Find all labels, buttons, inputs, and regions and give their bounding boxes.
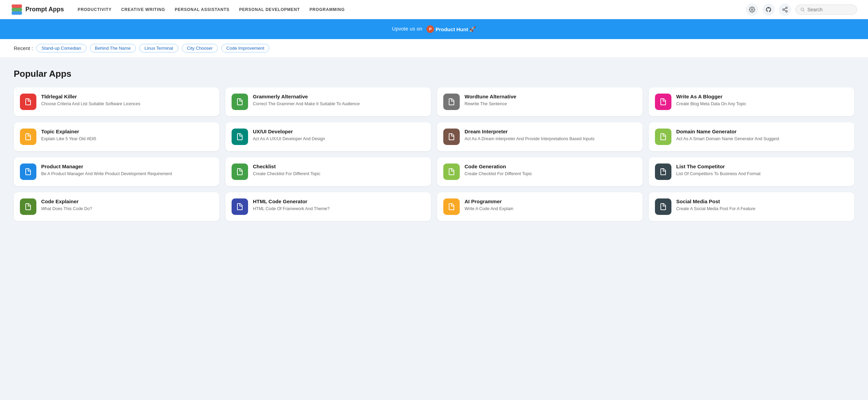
app-desc: Act As A Smart Domain Name Generator And… [676, 136, 848, 142]
document-icon [659, 203, 667, 211]
app-icon [655, 163, 671, 180]
app-card[interactable]: Code Explainer What Does This Code Do? [14, 192, 219, 221]
app-card[interactable]: Topic Explainer Explain Like 5 Year Old … [14, 122, 219, 151]
app-info: UX/UI Developer Act As A UX/UI Developer… [253, 129, 425, 142]
navbar-actions [746, 3, 857, 16]
banner-text: Upvote us on [392, 26, 422, 32]
app-desc: Create Checklist For Different Topic [253, 171, 425, 177]
app-card[interactable]: Dream Interpreter Act As A Dream Interpr… [437, 122, 643, 151]
app-name: Wordtune Alternative [465, 94, 636, 99]
brand-name: Prompt Apps [25, 6, 64, 13]
settings-button[interactable] [746, 3, 758, 16]
nav-personal-development[interactable]: Personal Development [239, 7, 300, 12]
svg-point-3 [751, 9, 753, 10]
svg-line-7 [784, 10, 786, 11]
app-name: Dream Interpreter [465, 129, 636, 134]
recent-tag-behind-the-name[interactable]: Behind The Name [90, 44, 136, 52]
app-name: Topic Explainer [41, 129, 213, 134]
app-info: Checklist Create Checklist For Different… [253, 163, 425, 177]
app-icon [443, 129, 460, 145]
brand-logo[interactable]: Prompt Apps [11, 4, 64, 15]
search-box[interactable] [795, 4, 857, 15]
app-desc: Create Checklist For Different Topic [465, 171, 636, 177]
app-card[interactable]: Product Manager Be A Product Manager And… [14, 157, 219, 186]
search-input[interactable] [807, 7, 852, 12]
nav-creative-writing[interactable]: Creative Writing [121, 7, 165, 12]
svg-rect-1 [12, 8, 22, 11]
app-desc: Explain Like 5 Year Old #Eli5 [41, 136, 213, 142]
app-card[interactable]: HTML Code Generator HTML Code Of Framewo… [225, 192, 431, 221]
app-desc: Create Blog Meta Data On Any Topic [676, 101, 848, 107]
app-card[interactable]: AI Programmer Write A Code And Explain [437, 192, 643, 221]
app-info: Tldrlegal Killer Choose Criteria And Lis… [41, 94, 213, 107]
app-icon [232, 94, 248, 110]
app-card[interactable]: Tldrlegal Killer Choose Criteria And Lis… [14, 87, 219, 116]
app-icon [20, 163, 36, 180]
app-desc: List Of Competitors To Business And Form… [676, 171, 848, 177]
search-icon [800, 7, 805, 12]
app-icon [655, 198, 671, 215]
app-card[interactable]: Wordtune Alternative Rewrite The Sentenc… [437, 87, 643, 116]
app-card[interactable]: Domain Name Generator Act As A Smart Dom… [649, 122, 854, 151]
app-card[interactable]: UX/UI Developer Act As A UX/UI Developer… [225, 122, 431, 151]
svg-line-10 [803, 10, 804, 11]
app-name: Social Media Post [676, 198, 848, 204]
app-info: HTML Code Generator HTML Code Of Framewo… [253, 198, 425, 212]
svg-rect-2 [12, 11, 22, 15]
ph-badge: P Product Hunt 🚀 [426, 25, 476, 33]
app-card[interactable]: Grammerly Alternative Correct The Gramme… [225, 87, 431, 116]
app-card[interactable]: Code Generation Create Checklist For Dif… [437, 157, 643, 186]
document-icon [24, 98, 32, 106]
app-icon [655, 129, 671, 145]
recent-tag-linux-terminal[interactable]: Linux Terminal [139, 44, 178, 52]
nav-personal-assistants[interactable]: Personal Assistants [175, 7, 230, 12]
navbar: Prompt Apps Productivity Creative Writin… [0, 0, 868, 19]
app-name: Code Explainer [41, 198, 213, 204]
app-desc: Choose Criteria And List Suitable Softwa… [41, 101, 213, 107]
document-icon [659, 168, 667, 176]
nav-productivity[interactable]: Productivity [78, 7, 112, 12]
app-icon [20, 94, 36, 110]
app-icon [232, 129, 248, 145]
svg-rect-0 [12, 4, 22, 8]
app-info: Social Media Post Create A Social Media … [676, 198, 848, 212]
app-name: Checklist [253, 163, 425, 169]
app-desc: What Does This Code Do? [41, 206, 213, 212]
recent-tag-code-improvement[interactable]: Code Improvement [221, 44, 270, 52]
ph-icon: P [426, 25, 434, 33]
app-name: Product Manager [41, 163, 213, 169]
document-icon [24, 133, 32, 141]
app-name: Domain Name Generator [676, 129, 848, 134]
nav-links: Productivity Creative Writing Personal A… [78, 7, 746, 12]
brand-icon [11, 4, 23, 15]
app-name: HTML Code Generator [253, 198, 425, 204]
nav-programming[interactable]: Programming [309, 7, 345, 12]
app-name: Code Generation [465, 163, 636, 169]
recent-tag-standup[interactable]: Stand-up Comedian [36, 44, 86, 52]
github-button[interactable] [762, 3, 775, 16]
recent-tag-city-chooser[interactable]: City Chooser [182, 44, 218, 52]
app-info: Write As A Blogger Create Blog Meta Data… [676, 94, 848, 107]
document-icon [659, 133, 667, 141]
app-card[interactable]: Social Media Post Create A Social Media … [649, 192, 854, 221]
document-icon [24, 168, 32, 176]
app-card[interactable]: Write As A Blogger Create Blog Meta Data… [649, 87, 854, 116]
app-card[interactable]: Checklist Create Checklist For Different… [225, 157, 431, 186]
app-info: List The Competitor List Of Competitors … [676, 163, 848, 177]
app-icon [443, 198, 460, 215]
app-info: AI Programmer Write A Code And Explain [465, 198, 636, 212]
app-info: Wordtune Alternative Rewrite The Sentenc… [465, 94, 636, 107]
app-card[interactable]: List The Competitor List Of Competitors … [649, 157, 854, 186]
app-desc: Create A Social Media Post For A Feature [676, 206, 848, 212]
document-icon [447, 168, 456, 176]
app-desc: Be A Product Manager And Write Product D… [41, 171, 213, 177]
document-icon [236, 98, 244, 106]
app-name: Tldrlegal Killer [41, 94, 213, 99]
banner-emoji: 🚀 [469, 26, 476, 32]
share-button[interactable] [779, 3, 791, 16]
main-content: Popular Apps Tldrlegal Killer Choose Cri… [0, 58, 868, 400]
app-icon [232, 198, 248, 215]
app-name: AI Programmer [465, 198, 636, 204]
app-info: Product Manager Be A Product Manager And… [41, 163, 213, 177]
github-icon [765, 7, 772, 13]
